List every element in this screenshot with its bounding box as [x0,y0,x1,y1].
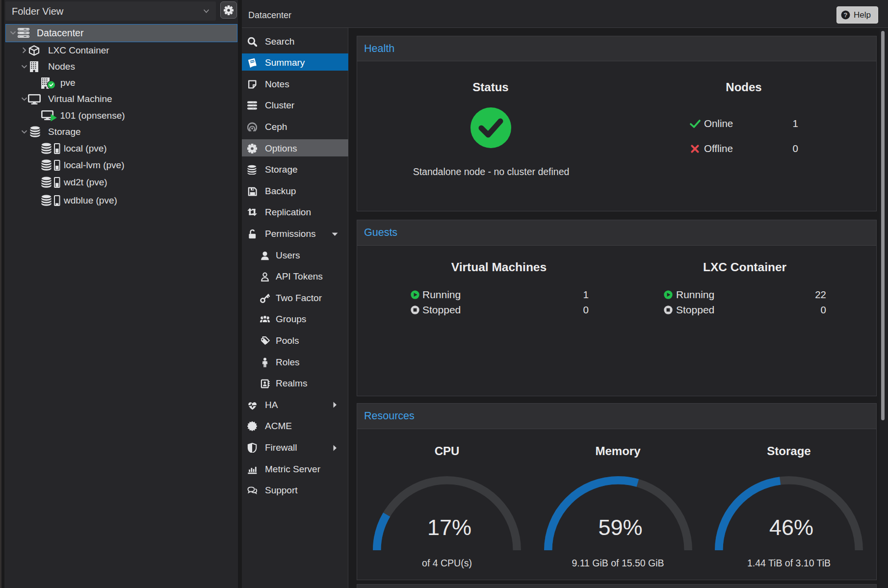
svg-text:?: ? [844,11,848,19]
